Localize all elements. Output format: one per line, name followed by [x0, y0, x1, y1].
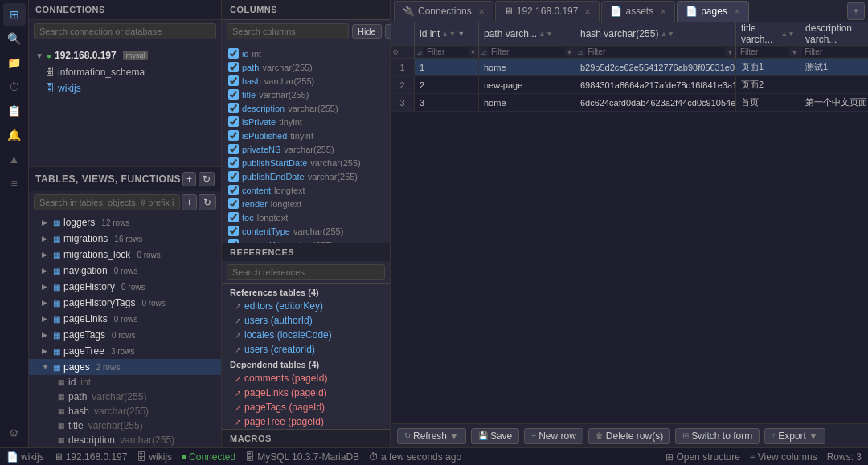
- col-checkbox-isprivate[interactable]: [228, 116, 239, 127]
- grid-col-path[interactable]: path varch... ▲▼: [479, 22, 575, 45]
- table-item-pagelinks[interactable]: ▶ ▦ pageLinks 0 rows: [29, 311, 221, 327]
- server-row[interactable]: ▼ ● 192.168.0.197 mysql: [29, 47, 221, 64]
- filter-options-icon[interactable]: ▼: [727, 48, 734, 56]
- sort-icon-title[interactable]: ▲▼: [780, 30, 795, 38]
- col-checkbox-toc[interactable]: [228, 212, 239, 222]
- tables-icon[interactable]: 📁: [3, 51, 26, 74]
- cell-path-1[interactable]: home: [479, 59, 575, 75]
- dep-item-comments[interactable]: ↗ comments (pageId): [222, 371, 390, 385]
- nav-icon[interactable]: ▲: [3, 148, 26, 170]
- filter-icon-id[interactable]: ▼: [457, 30, 465, 38]
- cell-description-2[interactable]: [800, 76, 868, 93]
- sort-icon-hash[interactable]: ▲▼: [660, 30, 674, 38]
- references-search-input[interactable]: [227, 264, 385, 280]
- grid-row-2[interactable]: 2 2 new-page 6984301a8664a217afde78c16f8…: [391, 76, 868, 94]
- alerts-icon[interactable]: 🔔: [3, 124, 26, 146]
- filter-options-icon[interactable]: ▼: [469, 48, 477, 56]
- status-server[interactable]: 🖥 192.168.0.197: [54, 451, 128, 463]
- columns-search-input[interactable]: [227, 23, 349, 39]
- table-item-migrations-lock[interactable]: ▶ ▦ migrations_lock 0 rows: [29, 247, 221, 263]
- status-wikijs2[interactable]: 🗄 wikijs: [137, 451, 172, 463]
- tab-close-server[interactable]: ✕: [584, 7, 591, 16]
- cell-hash-1[interactable]: b29b5d2ce62e55412776ab98f05631e0aa96597b: [575, 59, 736, 75]
- cell-description-3[interactable]: 第一个中文页面: [800, 94, 868, 111]
- tab-pages[interactable]: 📄 pages ✕: [677, 1, 749, 22]
- col-checkbox-path[interactable]: [228, 62, 239, 72]
- filter-icon[interactable]: ⊿: [577, 48, 583, 56]
- grid-row-3[interactable]: 3 3 home 6dc624cafd0dab4623a2f44cd0c9105…: [391, 94, 868, 112]
- status-open-structure[interactable]: ⊞ Open structure: [665, 451, 739, 463]
- col-checkbox-contenttype[interactable]: [228, 226, 239, 236]
- table-item-pages[interactable]: ▼ ▦ pages 2 rows: [29, 359, 221, 375]
- table-item-pagehistorytags[interactable]: ▶ ▦ pageHistoryTags 0 rows: [29, 295, 221, 311]
- grid-col-title[interactable]: title varch... ▲▼: [736, 22, 800, 45]
- filter-input-id[interactable]: [424, 47, 468, 57]
- cell-path-2[interactable]: new-page: [479, 76, 575, 93]
- cell-id-2[interactable]: 2: [415, 76, 479, 93]
- tables-search-input[interactable]: [34, 194, 180, 210]
- tables-search-btn[interactable]: +: [182, 194, 197, 210]
- ref-item-users-creator[interactable]: ↗ users (creatorId): [222, 342, 390, 357]
- filter-options-icon[interactable]: ▼: [566, 48, 573, 56]
- tab-close-assets[interactable]: ✕: [660, 7, 666, 16]
- filter-options-icon[interactable]: ▼: [791, 48, 798, 56]
- save-btn[interactable]: 💾 Save: [471, 428, 519, 444]
- table-item-pagetree[interactable]: ▶ ▦ pageTree 3 rows: [29, 343, 221, 359]
- status-view-columns[interactable]: ≡ View columns: [750, 451, 817, 463]
- menu-icon[interactable]: ≡: [3, 172, 26, 194]
- notes-icon[interactable]: 📋: [3, 100, 26, 122]
- cell-id-1[interactable]: 1: [415, 59, 479, 75]
- cell-path-3[interactable]: home: [479, 94, 575, 111]
- filter-icon[interactable]: ⊿: [416, 48, 423, 56]
- dep-item-pagetree[interactable]: ↗ pageTree (pageId): [222, 414, 390, 429]
- table-item-migrations[interactable]: ▶ ▦ migrations 16 rows: [29, 230, 221, 247]
- history-icon[interactable]: ⏱: [3, 75, 26, 98]
- ref-item-users-author[interactable]: ↗ users (authorId): [222, 313, 390, 328]
- refresh-dropdown-icon[interactable]: ▼: [449, 430, 459, 442]
- col-checkbox-render[interactable]: [228, 198, 239, 209]
- table-item-loggers[interactable]: ▶ ▦ loggers 12 rows: [29, 214, 221, 230]
- filter-settings-icon[interactable]: ⚙: [392, 48, 399, 56]
- col-checkbox-description[interactable]: [228, 103, 239, 113]
- table-item-navigation[interactable]: ▶ ▦ navigation 0 rows: [29, 263, 221, 279]
- dep-item-pagelinks[interactable]: ↗ pageLinks (pageId): [222, 385, 390, 400]
- tabs-add-btn[interactable]: +: [847, 2, 865, 20]
- col-checkbox-id[interactable]: [228, 48, 239, 59]
- switch-form-btn[interactable]: ⊞ Switch to form: [675, 428, 760, 444]
- hide-btn[interactable]: Hide: [352, 24, 382, 39]
- col-checkbox-hash[interactable]: [228, 75, 239, 86]
- col-checkbox-title[interactable]: [228, 89, 239, 100]
- filter-input-description[interactable]: [802, 47, 868, 57]
- table-item-pagetags[interactable]: ▶ ▦ pageTags 0 rows: [29, 327, 221, 343]
- db-wikijs[interactable]: 🗄 wikijs: [29, 80, 221, 96]
- sort-icon-path[interactable]: ▲▼: [538, 30, 553, 38]
- db-information-schema[interactable]: 🗄 information_schema: [29, 64, 221, 80]
- filter-input-title[interactable]: [738, 47, 789, 57]
- col-checkbox-publishenddate[interactable]: [228, 171, 239, 182]
- cell-hash-2[interactable]: 6984301a8664a217afde78c16f841e3a17306d61: [575, 76, 736, 93]
- search-icon[interactable]: 🔍: [3, 27, 26, 50]
- cell-hash-3[interactable]: 6dc624cafd0dab4623a2f44cd0c91054ee7b8131: [575, 94, 736, 111]
- cell-title-1[interactable]: 页面1: [736, 59, 800, 75]
- sort-icon-id[interactable]: ▲▼: [441, 30, 456, 38]
- tab-assets[interactable]: 📄 assets ✕: [601, 1, 675, 22]
- col-checkbox-content[interactable]: [228, 185, 239, 195]
- new-row-btn[interactable]: + New row: [524, 428, 583, 444]
- filter-icon[interactable]: ⊿: [481, 48, 487, 56]
- filter-input-hash[interactable]: [585, 47, 725, 57]
- refresh-btn[interactable]: ↻ Refresh ▼: [397, 428, 466, 444]
- connections-icon[interactable]: ⊞: [3, 3, 26, 26]
- delete-row-btn[interactable]: 🗑 Delete row(s): [588, 428, 670, 444]
- tables-filter-btn[interactable]: ↻: [199, 194, 216, 210]
- grid-col-id[interactable]: id int ▲▼ ▼: [415, 22, 479, 45]
- tab-connections[interactable]: 🔌 Connections ✕: [394, 1, 493, 22]
- cell-title-2[interactable]: 页面2: [736, 76, 800, 93]
- ref-item-locales[interactable]: ↗ locales (localeCode): [222, 328, 390, 342]
- col-checkbox-publishstartdate[interactable]: [228, 157, 239, 168]
- tab-server[interactable]: 🖥 192.168.0.197 ✕: [495, 1, 600, 22]
- tab-close-connections[interactable]: ✕: [478, 7, 485, 16]
- tab-close-pages[interactable]: ✕: [734, 7, 740, 16]
- grid-col-hash[interactable]: hash varchar(255) ▲▼: [575, 22, 736, 45]
- refresh-tables-btn[interactable]: ↻: [199, 172, 215, 186]
- grid-col-description[interactable]: description varch... ▲▼: [800, 22, 868, 45]
